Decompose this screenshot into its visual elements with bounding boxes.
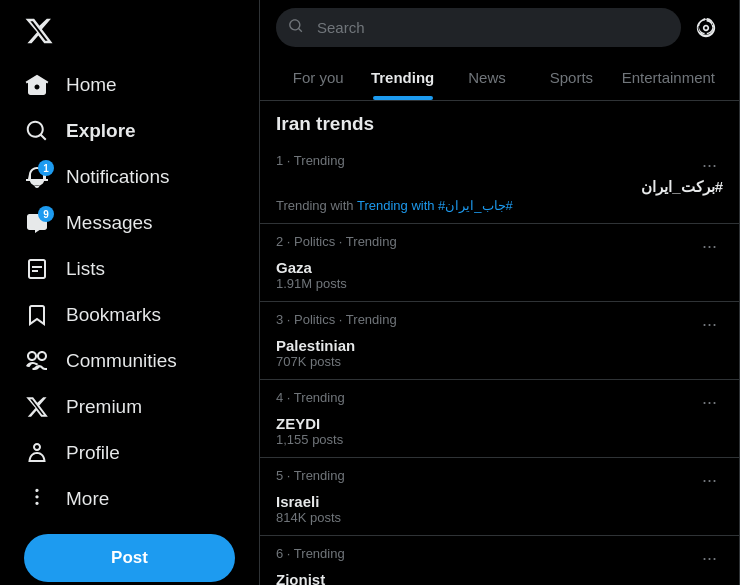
trend-3-more[interactable]: ··· [696, 312, 723, 337]
sidebar-item-profile[interactable]: Profile [12, 430, 247, 476]
home-icon [24, 72, 50, 98]
search-bar-area [260, 0, 739, 55]
sidebar-item-label-lists: Lists [66, 258, 105, 280]
sidebar-item-label-messages: Messages [66, 212, 153, 234]
trend-3-name: Palestinian [276, 337, 723, 354]
lists-icon [24, 256, 50, 282]
tab-for-you[interactable]: For you [276, 55, 360, 100]
more-circle-icon [24, 486, 50, 512]
sidebar-item-home[interactable]: Home [12, 62, 247, 108]
tab-news[interactable]: News [445, 55, 529, 100]
premium-icon [24, 394, 50, 420]
explore-icon [24, 118, 50, 144]
trend-2-more[interactable]: ··· [696, 234, 723, 259]
search-input[interactable] [276, 8, 681, 47]
trend-5-more[interactable]: ··· [696, 468, 723, 493]
trend-2-meta: 2 · Politics · Trending [276, 234, 397, 249]
trend-2-name: Gaza [276, 259, 723, 276]
main-content: For you Trending News Sports Entertainme… [260, 0, 740, 585]
sidebar-item-label-profile: Profile [66, 442, 120, 464]
search-container [276, 8, 681, 47]
sidebar-item-label-notifications: Notifications [66, 166, 170, 188]
notifications-badge: 1 [38, 160, 54, 176]
trend-1-more[interactable]: ··· [696, 153, 723, 178]
trend-item-4[interactable]: 4 · Trending ··· ZEYDI 1,155 posts [260, 380, 739, 458]
trend-5-meta: 5 · Trending [276, 468, 345, 483]
messages-badge: 9 [38, 206, 54, 222]
sidebar-item-label-premium: Premium [66, 396, 142, 418]
trend-5-count: 814K posts [276, 510, 723, 525]
tab-entertainment[interactable]: Entertainment [614, 55, 723, 100]
trend-3-count: 707K posts [276, 354, 723, 369]
trend-item-6[interactable]: 6 · Trending ··· Zionist 153K posts [260, 536, 739, 585]
post-button[interactable]: Post [24, 534, 235, 582]
trend-4-name: ZEYDI [276, 415, 723, 432]
tab-trending[interactable]: Trending [360, 55, 444, 100]
tab-sports[interactable]: Sports [529, 55, 613, 100]
trend-5-name: Israeli [276, 493, 723, 510]
trend-6-more[interactable]: ··· [696, 546, 723, 571]
trend-item-5[interactable]: 5 · Trending ··· Israeli 814K posts [260, 458, 739, 536]
communities-icon [24, 348, 50, 374]
sidebar: Home Explore 1 Notifications 9 Messages … [0, 0, 260, 585]
sidebar-item-lists[interactable]: Lists [12, 246, 247, 292]
trend-1-name: #برکت_ایران [276, 178, 723, 196]
trend-1-meta: 1 · Trending [276, 153, 345, 168]
search-icon [288, 18, 304, 38]
trend-1-related: Trending with Trending with #جاب_ایران# [276, 198, 723, 213]
trend-4-meta: 4 · Trending [276, 390, 345, 405]
trend-item-1[interactable]: 1 · Trending ··· #برکت_ایران Trending wi… [260, 143, 739, 224]
bookmark-icon [24, 302, 50, 328]
sidebar-item-bookmarks[interactable]: Bookmarks [12, 292, 247, 338]
sidebar-item-label-home: Home [66, 74, 117, 96]
trend-item-3[interactable]: 3 · Politics · Trending ··· Palestinian … [260, 302, 739, 380]
sidebar-item-communities[interactable]: Communities [12, 338, 247, 384]
sidebar-item-notifications[interactable]: 1 Notifications [12, 154, 247, 200]
sidebar-item-label-bookmarks: Bookmarks [66, 304, 161, 326]
trending-tabs: For you Trending News Sports Entertainme… [260, 55, 739, 101]
trend-item-2[interactable]: 2 · Politics · Trending ··· Gaza 1.91M p… [260, 224, 739, 302]
messages-icon: 9 [24, 210, 50, 236]
sidebar-item-label-explore: Explore [66, 120, 136, 142]
trend-3-meta: 3 · Politics · Trending [276, 312, 397, 327]
section-title: Iran trends [260, 101, 739, 143]
trend-6-name: Zionist [276, 571, 723, 585]
sidebar-item-more[interactable]: More [12, 476, 247, 522]
person-icon [24, 440, 50, 466]
trend-4-count: 1,155 posts [276, 432, 723, 447]
settings-icon[interactable] [689, 11, 723, 45]
sidebar-item-premium[interactable]: Premium [12, 384, 247, 430]
x-logo[interactable] [12, 8, 247, 58]
sidebar-item-label-communities: Communities [66, 350, 177, 372]
bell-icon: 1 [24, 164, 50, 190]
trend-4-more[interactable]: ··· [696, 390, 723, 415]
sidebar-item-label-more: More [66, 488, 109, 510]
trend-6-meta: 6 · Trending [276, 546, 345, 561]
sidebar-item-explore[interactable]: Explore [12, 108, 247, 154]
trend-2-count: 1.91M posts [276, 276, 723, 291]
sidebar-item-messages[interactable]: 9 Messages [12, 200, 247, 246]
